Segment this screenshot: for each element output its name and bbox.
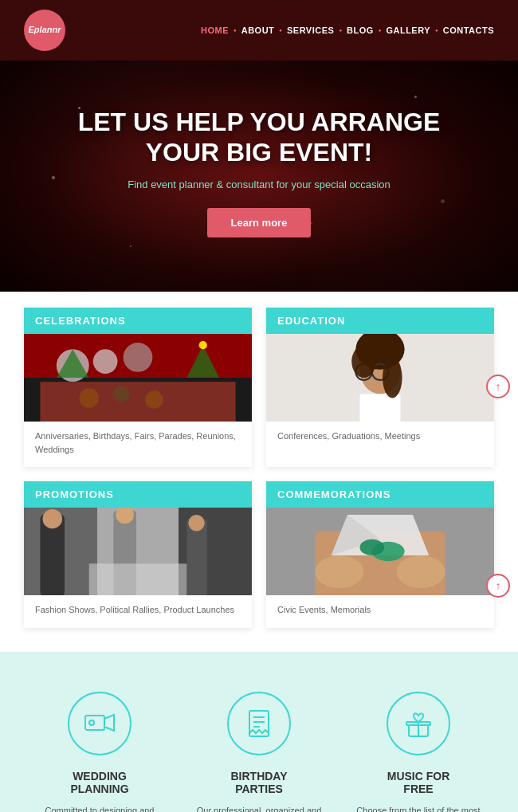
nav-dot-1: ● [233,28,237,33]
svg-point-7 [113,386,129,402]
hero-subtext: Find event planner & consultant for your… [128,178,390,190]
svg-point-11 [199,341,207,349]
service-image-commemorations [266,508,494,595]
svg-point-6 [79,388,99,408]
nav-dot-4: ● [379,28,382,33]
svg-rect-31 [89,563,187,595]
nav-about[interactable]: ABOUT [241,25,275,35]
feature-wedding-title: WEDDING PLANNING [70,770,128,797]
receipt-icon [243,708,275,739]
learn-more-button[interactable]: Learn more [207,208,312,237]
scroll-up-icon-2: ↑ [496,579,501,592]
nav-home[interactable]: HOME [201,25,229,35]
services-grid: CELEBRATIONS [24,292,494,628]
service-card-celebrations: CELEBRATIONS [24,308,252,467]
service-desc-education: Conferences, Graduations, Meetings [266,422,494,454]
svg-point-3 [93,349,118,374]
svg-rect-5 [40,382,235,422]
svg-point-30 [188,515,204,531]
service-title-promotions: PROMOTIONS [24,481,252,508]
feature-music-desc: Choose from the list of the most request… [355,804,482,812]
service-card-education: EDUCATION [266,308,494,467]
nav-contacts[interactable]: CONTACTS [443,25,494,35]
nav-blog[interactable]: BLOG [347,25,374,35]
svg-point-19 [351,345,376,378]
feature-birthday-title: BIRTHDAY PARTIES [230,770,287,797]
svg-point-20 [383,357,402,398]
svg-point-37 [359,539,384,555]
scroll-up-icon-1: ↑ [496,380,501,393]
service-image-education [266,334,494,422]
music-free-icon-circle [387,692,450,755]
svg-point-4 [124,343,153,372]
svg-point-42 [89,720,94,725]
svg-marker-41 [104,715,114,731]
service-title-celebrations: CELEBRATIONS [24,308,252,334]
nav-dot-3: ● [339,28,342,33]
service-card-commemorations: COMMEMORATIONS [266,481,494,628]
header: Eplannr HOME ● ABOUT ● SERVICES ● BLOG ●… [0,0,518,61]
svg-point-26 [42,509,62,529]
service-title-commemorations: COMMEMORATIONS [266,481,494,508]
nav-services[interactable]: SERVICES [287,25,334,35]
feature-wedding-desc: Committed to designing and executing fla… [36,804,163,812]
svg-point-8 [145,390,163,408]
wedding-planning-icon-circle [68,692,131,755]
service-desc-celebrations: Anniversaries, Birthdays, Fairs, Parades… [24,422,252,467]
nav-gallery[interactable]: GALLERY [386,25,430,35]
scroll-up-button-2[interactable]: ↑ [486,574,510,598]
feature-music-free: MUSIC FOR FREE Choose from the list of t… [355,692,482,813]
service-desc-commemorations: Civic Events, Memorials [266,595,494,628]
svg-point-38 [315,555,363,588]
video-camera-icon [84,708,116,739]
logo: Eplannr [24,10,65,51]
gift-box-icon [402,708,434,739]
service-card-promotions: PROMOTIONS [24,481,252,628]
main-nav: HOME ● ABOUT ● SERVICES ● BLOG ● GALLERY… [201,25,494,35]
birthday-parties-icon-circle [227,692,291,755]
feature-birthday-parties: BIRTHDAY PARTIES Our professional, organ… [195,692,323,813]
service-image-promotions [24,508,252,595]
hero-headline: LET US HELP YOU ARRANGE YOUR BIG EVENT! [78,107,441,168]
logo-text: Eplannr [29,25,61,35]
services-section: CELEBRATIONS [0,292,518,652]
nav-dot-5: ● [435,28,438,33]
feature-music-title: MUSIC FOR FREE [387,770,450,797]
features-section: WEDDING PLANNING Committed to designing … [0,652,518,813]
svg-rect-18 [359,394,400,422]
feature-birthday-desc: Our professional, organized and creative… [195,804,323,812]
scroll-up-button-1[interactable]: ↑ [486,375,510,398]
service-title-education: EDUCATION [266,308,494,334]
service-desc-promotions: Fashion Shows, Political Rallies, Produc… [24,595,252,628]
hero-section: LET US HELP YOU ARRANGE YOUR BIG EVENT! … [0,61,518,292]
feature-wedding-planning: WEDDING PLANNING Committed to designing … [36,692,163,813]
svg-point-39 [396,555,445,588]
nav-dot-2: ● [279,28,282,33]
service-image-celebrations [24,334,252,422]
svg-rect-43 [249,711,269,736]
